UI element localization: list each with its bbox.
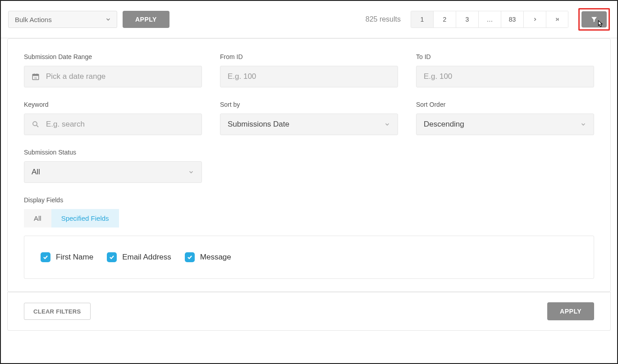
filter-panel: Submission Date Range 31 Pick a date ran… bbox=[7, 38, 611, 292]
clear-filters-button[interactable]: CLEAR FILTERS bbox=[24, 303, 91, 320]
page-next[interactable] bbox=[523, 11, 546, 28]
specified-fields-box: First Name Email Address Message bbox=[24, 236, 594, 279]
filter-button-highlight bbox=[578, 8, 610, 31]
bulk-actions-label: Bulk Actions bbox=[15, 16, 52, 23]
page-last[interactable] bbox=[546, 11, 568, 28]
check-email-address[interactable]: Email Address bbox=[107, 252, 171, 262]
bulk-actions-select[interactable]: Bulk Actions bbox=[8, 11, 117, 28]
label-date-range: Submission Date Range bbox=[24, 53, 202, 60]
chevron-down-icon bbox=[580, 121, 586, 127]
field-status: Submission Status All bbox=[24, 149, 202, 183]
label-keyword: Keyword bbox=[24, 101, 202, 108]
chevron-right-icon bbox=[532, 17, 538, 22]
select-sort-order[interactable]: Descending bbox=[416, 114, 594, 135]
display-fields-section: Display Fields All Specified Fields Firs… bbox=[24, 196, 594, 279]
top-toolbar: Bulk Actions APPLY 825 results 1 2 3 … 8… bbox=[1, 1, 617, 38]
value-sort-by: Submissions Date bbox=[228, 120, 289, 129]
field-to-id: To ID E.g. 100 bbox=[416, 53, 594, 87]
placeholder-date-range: Pick a date range bbox=[46, 72, 105, 81]
page-3[interactable]: 3 bbox=[456, 11, 478, 28]
check-label: First Name bbox=[56, 253, 93, 262]
checkbox-icon[interactable] bbox=[41, 252, 50, 262]
field-from-id: From ID E.g. 100 bbox=[220, 53, 398, 87]
input-from-id[interactable]: E.g. 100 bbox=[220, 66, 398, 87]
panel-footer: CLEAR FILTERS APPLY bbox=[8, 292, 610, 330]
checkbox-icon[interactable] bbox=[185, 252, 195, 262]
input-keyword[interactable]: E.g. search bbox=[24, 114, 202, 135]
label-to-id: To ID bbox=[416, 53, 594, 60]
field-date-range: Submission Date Range 31 Pick a date ran… bbox=[24, 53, 202, 87]
chevron-last-icon bbox=[554, 17, 560, 22]
page-2[interactable]: 2 bbox=[433, 11, 456, 28]
value-status: All bbox=[32, 168, 40, 177]
label-status: Submission Status bbox=[24, 149, 202, 156]
svg-point-6 bbox=[33, 122, 37, 126]
label-from-id: From ID bbox=[220, 53, 398, 60]
check-label: Email Address bbox=[122, 253, 171, 262]
input-date-range[interactable]: 31 Pick a date range bbox=[24, 66, 202, 87]
calendar-icon: 31 bbox=[32, 73, 40, 81]
input-to-id[interactable]: E.g. 100 bbox=[416, 66, 594, 87]
chevron-down-icon bbox=[384, 121, 390, 127]
apply-button[interactable]: APPLY bbox=[123, 11, 169, 28]
label-sort-by: Sort by bbox=[220, 101, 398, 108]
search-icon bbox=[32, 120, 40, 128]
svg-line-7 bbox=[37, 125, 38, 127]
display-fields-tabs: All Specified Fields bbox=[24, 209, 594, 228]
field-sort-order: Sort Order Descending bbox=[416, 101, 594, 135]
apply-filters-button[interactable]: APPLY bbox=[547, 302, 594, 320]
chevron-down-icon bbox=[105, 16, 111, 23]
placeholder-keyword: E.g. search bbox=[46, 120, 85, 129]
page-1[interactable]: 1 bbox=[411, 11, 433, 28]
select-status[interactable]: All bbox=[24, 161, 202, 183]
label-sort-order: Sort Order bbox=[416, 101, 594, 108]
svg-rect-2 bbox=[32, 74, 39, 76]
pagination: 1 2 3 … 83 bbox=[411, 11, 568, 28]
checkbox-icon[interactable] bbox=[107, 252, 117, 262]
check-label: Message bbox=[200, 253, 231, 262]
panel-footer-wrap: CLEAR FILTERS APPLY bbox=[7, 292, 611, 331]
placeholder-from-id: E.g. 100 bbox=[228, 72, 256, 81]
svg-text:31: 31 bbox=[34, 77, 37, 79]
tab-specified-fields[interactable]: Specified Fields bbox=[51, 209, 119, 228]
filter-toggle-button[interactable] bbox=[581, 11, 607, 27]
check-first-name[interactable]: First Name bbox=[41, 252, 93, 262]
select-sort-by[interactable]: Submissions Date bbox=[220, 114, 398, 135]
label-display-fields: Display Fields bbox=[24, 196, 594, 204]
value-sort-order: Descending bbox=[424, 120, 464, 129]
page-ellipsis: … bbox=[478, 11, 501, 28]
filter-icon bbox=[590, 16, 598, 23]
results-count: 825 results bbox=[366, 15, 401, 23]
check-message[interactable]: Message bbox=[185, 252, 231, 262]
chevron-down-icon bbox=[188, 169, 194, 175]
field-sort-by: Sort by Submissions Date bbox=[220, 101, 398, 135]
placeholder-to-id: E.g. 100 bbox=[424, 72, 452, 81]
page-83[interactable]: 83 bbox=[501, 11, 523, 28]
field-keyword: Keyword E.g. search bbox=[24, 101, 202, 135]
tab-all[interactable]: All bbox=[24, 209, 51, 228]
